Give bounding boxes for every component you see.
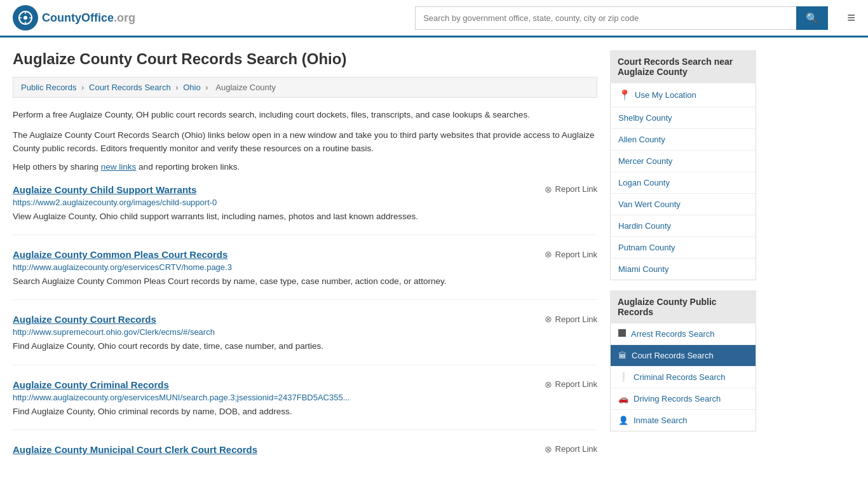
- result-item: Auglaize County Common Pleas Court Recor…: [13, 249, 597, 300]
- pub-record-arrest[interactable]: Arrest Records Search: [611, 323, 756, 345]
- result-desc: View Auglaize County, Ohio child support…: [13, 210, 597, 223]
- nearby-county-shelby: Shelby County: [611, 107, 756, 129]
- result-title[interactable]: Auglaize County Municipal Court Clerk Co…: [13, 444, 257, 455]
- report-link-1[interactable]: ⊗ Report Link: [545, 184, 597, 194]
- report-label: Report Link: [555, 379, 597, 389]
- page-title: Auglaize County Court Records Search (Oh…: [13, 50, 597, 68]
- report-link-4[interactable]: ⊗ Report Link: [545, 379, 597, 390]
- criminal-icon: ❕: [618, 372, 628, 382]
- menu-button[interactable]: ≡: [847, 10, 855, 26]
- arrest-icon: [618, 329, 626, 339]
- result-item: Auglaize County Court Records ⊗ Report L…: [13, 314, 597, 365]
- nearby-county-link[interactable]: Allen County: [618, 135, 665, 144]
- result-url: http://www.auglaizecounty.org/eservicesC…: [13, 262, 597, 272]
- result-desc: Search Auglaize County Common Pleas Cour…: [13, 275, 597, 288]
- result-desc: Find Auglaize County, Ohio court records…: [13, 340, 597, 353]
- court-icon: 🏛: [618, 351, 627, 360]
- report-icon: ⊗: [545, 444, 552, 454]
- report-icon: ⊗: [545, 249, 552, 259]
- result-url: https://www2.auglaizecounty.org/images/c…: [13, 198, 597, 207]
- search-button[interactable]: 🔍: [796, 6, 828, 30]
- report-link-5[interactable]: ⊗ Report Link: [545, 444, 597, 454]
- report-link-2[interactable]: ⊗ Report Link: [545, 249, 597, 259]
- result-title[interactable]: Auglaize County Common Pleas Court Recor…: [13, 249, 227, 260]
- nearby-county-hardin: Hardin County: [611, 215, 756, 237]
- pub-record-court[interactable]: 🏛 Court Records Search: [611, 345, 756, 367]
- report-link-3[interactable]: ⊗ Report Link: [545, 314, 597, 324]
- report-label: Report Link: [555, 444, 597, 454]
- search-icon: 🔍: [806, 13, 818, 24]
- report-label: Report Link: [555, 315, 597, 324]
- breadcrumb-current: Auglaize County: [215, 83, 276, 92]
- nearby-county-mercer: Mercer County: [611, 151, 756, 172]
- location-pin-icon: 📍: [618, 89, 631, 101]
- nearby-county-link[interactable]: Shelby County: [618, 113, 672, 123]
- inmate-link[interactable]: Inmate Search: [634, 416, 688, 425]
- nearby-county-allen: Allen County: [611, 129, 756, 151]
- nearby-county-putnam: Putnam County: [611, 237, 756, 259]
- result-desc: Find Auglaize County, Ohio criminal reco…: [13, 405, 597, 418]
- breadcrumb-court-records[interactable]: Court Records Search: [89, 83, 171, 92]
- driving-link[interactable]: Driving Records Search: [634, 394, 721, 403]
- result-item: Auglaize County Criminal Records ⊗ Repor…: [13, 379, 597, 430]
- logo-text: CountyOffice.org: [42, 11, 135, 25]
- nearby-heading: Court Records Search near Auglaize Count…: [610, 50, 756, 83]
- result-header: Auglaize County Common Pleas Court Recor…: [13, 249, 597, 260]
- use-location[interactable]: 📍 Use My Location: [611, 83, 756, 107]
- report-icon: ⊗: [545, 184, 552, 194]
- new-links-link[interactable]: new links: [101, 162, 137, 172]
- breadcrumb-sep2: ›: [175, 83, 180, 92]
- public-records-section: Auglaize County Public Records Arrest Re…: [610, 290, 756, 431]
- result-url: http://www.auglaizecounty.org/eservicesM…: [13, 393, 597, 402]
- report-label: Report Link: [555, 184, 597, 194]
- pub-record-inmate[interactable]: 👤 Inmate Search: [611, 410, 756, 431]
- pub-record-criminal[interactable]: ❕ Criminal Records Search: [611, 367, 756, 388]
- left-content: Auglaize County Court Records Search (Oh…: [13, 50, 597, 483]
- report-icon: ⊗: [545, 379, 552, 390]
- description-1: Perform a free Auglaize County, OH publi…: [13, 108, 597, 122]
- result-item: Auglaize County Child Support Warrants ⊗…: [13, 184, 597, 235]
- nearby-county-link[interactable]: Hardin County: [618, 221, 671, 231]
- nearby-section: Court Records Search near Auglaize Count…: [610, 50, 756, 280]
- result-url: http://www.supremecourt.ohio.gov/Clerk/e…: [13, 327, 597, 337]
- svg-point-1: [24, 16, 27, 20]
- nearby-county-link[interactable]: Van Wert County: [618, 200, 681, 209]
- nearby-county-logan: Logan County: [611, 172, 756, 194]
- driving-icon: 🚗: [618, 394, 628, 403]
- description-2: The Auglaize County Court Records Search…: [13, 128, 597, 156]
- result-header: Auglaize County Court Records ⊗ Report L…: [13, 314, 597, 325]
- pub-record-driving[interactable]: 🚗 Driving Records Search: [611, 388, 756, 410]
- report-label: Report Link: [555, 250, 597, 259]
- inmate-icon: 👤: [618, 416, 628, 425]
- result-title[interactable]: Auglaize County Court Records: [13, 314, 156, 325]
- nearby-county-link[interactable]: Mercer County: [618, 156, 672, 166]
- hamburger-icon: ≡: [847, 10, 855, 25]
- search-input[interactable]: [415, 6, 796, 30]
- nearby-county-link[interactable]: Putnam County: [618, 243, 675, 252]
- logo[interactable]: CountyOffice.org: [13, 5, 135, 30]
- court-link[interactable]: Court Records Search: [632, 351, 714, 360]
- criminal-link[interactable]: Criminal Records Search: [634, 372, 726, 382]
- public-records-list: Arrest Records Search 🏛 Court Records Se…: [610, 323, 756, 431]
- report-icon: ⊗: [545, 314, 552, 324]
- nearby-list: 📍 Use My Location Shelby County Allen Co…: [610, 83, 756, 280]
- result-title[interactable]: Auglaize County Criminal Records: [13, 379, 169, 390]
- right-sidebar: Court Records Search near Auglaize Count…: [610, 50, 756, 483]
- result-title[interactable]: Auglaize County Child Support Warrants: [13, 184, 196, 195]
- breadcrumb-sep1: ›: [81, 83, 86, 92]
- breadcrumb-public-records[interactable]: Public Records: [21, 83, 76, 92]
- result-header: Auglaize County Municipal Court Clerk Co…: [13, 444, 597, 455]
- result-header: Auglaize County Child Support Warrants ⊗…: [13, 184, 597, 195]
- result-header: Auglaize County Criminal Records ⊗ Repor…: [13, 379, 597, 390]
- result-item: Auglaize County Municipal Court Clerk Co…: [13, 444, 597, 469]
- nearby-county-link[interactable]: Logan County: [618, 178, 670, 187]
- logo-icon: [13, 5, 38, 30]
- nearby-county-link[interactable]: Miami County: [618, 264, 668, 274]
- nearby-county-vanwert: Van Wert County: [611, 194, 756, 215]
- site-header: CountyOffice.org 🔍 ≡: [0, 0, 868, 37]
- main-content: Auglaize County Court Records Search (Oh…: [0, 37, 868, 488]
- nearby-county-miami: Miami County: [611, 259, 756, 280]
- use-location-label: Use My Location: [635, 90, 696, 100]
- arrest-link[interactable]: Arrest Records Search: [631, 329, 715, 339]
- breadcrumb-ohio[interactable]: Ohio: [183, 83, 200, 92]
